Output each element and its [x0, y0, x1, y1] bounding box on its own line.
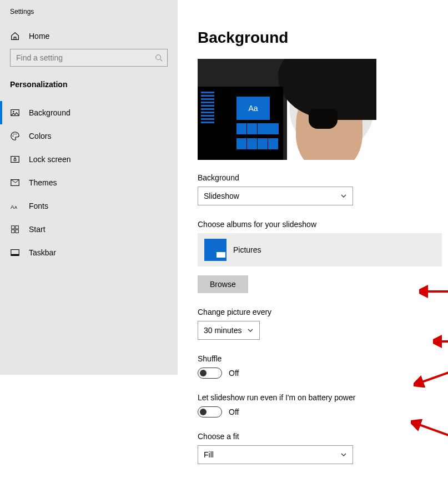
page-title: Background: [198, 29, 448, 47]
albums-label: Choose albums for your slideshow: [198, 220, 448, 229]
shuffle-toggle-value: Off: [229, 369, 239, 378]
preview-sample-text: Aa: [236, 97, 270, 120]
window-title: Settings: [0, 8, 178, 26]
chevron-down-icon: [340, 193, 347, 199]
sidebar: Settings Home Personalization Background…: [0, 0, 178, 375]
fit-select[interactable]: Fill: [198, 445, 353, 464]
palette-icon: [10, 131, 20, 141]
search-icon: [155, 54, 163, 62]
picture-icon: [10, 108, 20, 118]
sidebar-item-themes[interactable]: Themes: [0, 171, 178, 194]
sidebar-item-fonts[interactable]: AA Fonts: [0, 194, 178, 218]
desktop-preview: Aa: [198, 59, 376, 160]
background-select-label: Background: [198, 173, 448, 182]
fit-label: Choose a fit: [198, 432, 448, 441]
home-icon: [10, 31, 20, 41]
nav-home-label: Home: [29, 32, 49, 41]
sidebar-item-label: Lock screen: [29, 155, 71, 164]
chevron-down-icon: [247, 327, 254, 334]
fonts-icon: AA: [10, 201, 20, 211]
svg-rect-15: [16, 230, 18, 233]
main-content: Background Aa Background Slideshow: [178, 0, 448, 488]
sidebar-item-label: Start: [29, 225, 46, 234]
shuffle-label: Shuffle: [198, 354, 448, 363]
interval-select[interactable]: 30 minutes: [198, 321, 260, 340]
background-select-value: Slideshow: [204, 192, 239, 200]
themes-icon: [10, 178, 20, 188]
interval-label: Change picture every: [198, 308, 448, 316]
sidebar-item-label: Taskbar: [29, 248, 56, 257]
sidebar-section-label: Personalization: [0, 80, 178, 101]
sidebar-item-lock-screen[interactable]: Lock screen: [0, 148, 178, 171]
battery-toggle-value: Off: [229, 407, 239, 416]
svg-point-6: [16, 134, 17, 135]
background-select[interactable]: Slideshow: [198, 187, 353, 205]
svg-rect-8: [14, 159, 16, 161]
lockscreen-icon: [10, 154, 20, 164]
svg-point-0: [156, 55, 161, 60]
sidebar-item-background[interactable]: Background: [0, 101, 178, 124]
sidebar-item-label: Fonts: [29, 202, 48, 210]
annotation-arrow: [419, 283, 448, 300]
svg-rect-14: [12, 230, 14, 233]
sidebar-item-label: Background: [29, 108, 71, 117]
svg-line-1: [160, 59, 163, 62]
sidebar-item-label: Themes: [29, 178, 57, 187]
sidebar-item-taskbar[interactable]: Taskbar: [0, 241, 178, 264]
svg-point-4: [13, 135, 14, 137]
browse-button[interactable]: Browse: [198, 275, 248, 293]
sidebar-item-colors[interactable]: Colors: [0, 124, 178, 148]
search-input[interactable]: [16, 53, 155, 62]
chevron-down-icon: [340, 451, 347, 458]
sidebar-item-start[interactable]: Start: [0, 218, 178, 241]
svg-text:A: A: [11, 204, 14, 210]
svg-rect-13: [16, 226, 18, 229]
preview-start-overlay: Aa: [198, 87, 283, 160]
interval-select-value: 30 minutes: [204, 326, 241, 335]
sidebar-item-label: Colors: [29, 132, 51, 140]
taskbar-icon: [10, 248, 20, 258]
shuffle-toggle[interactable]: [198, 368, 222, 379]
nav-home[interactable]: Home: [0, 26, 178, 49]
svg-point-3: [13, 111, 14, 112]
battery-label: Let slideshow run even if I'm on battery…: [198, 393, 448, 402]
svg-rect-12: [12, 226, 14, 229]
battery-toggle[interactable]: [198, 406, 222, 417]
annotation-arrow: [433, 333, 448, 350]
start-icon: [10, 224, 20, 234]
album-item[interactable]: Pictures: [198, 233, 442, 266]
svg-point-5: [13, 134, 14, 135]
svg-rect-17: [11, 254, 19, 256]
search-input-container[interactable]: [10, 49, 168, 67]
folder-icon: [204, 239, 226, 261]
fit-select-value: Fill: [204, 450, 214, 459]
album-name: Pictures: [233, 245, 261, 254]
svg-text:A: A: [14, 205, 17, 210]
